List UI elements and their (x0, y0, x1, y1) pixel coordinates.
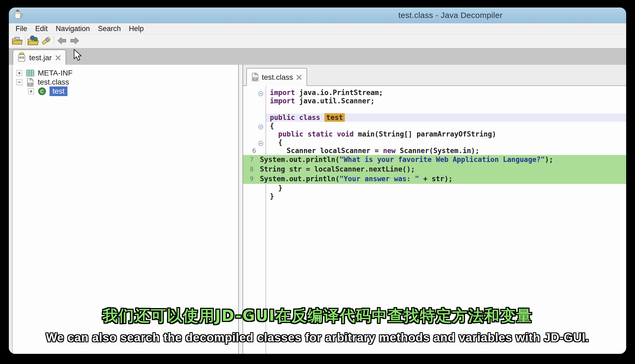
code-line: public static void main(String[] paramAr… (243, 130, 626, 138)
tree-item-meta-inf[interactable]: +META-INF (13, 69, 238, 78)
open-type-icon (27, 35, 39, 47)
tab-test-class[interactable]: J010 test.class (246, 68, 307, 86)
title-bar[interactable]: test.class - Java Decompiler (9, 7, 626, 23)
code-line: 8 String str = localScanner.nextLine(); (243, 165, 626, 174)
code-line: } (243, 184, 626, 192)
forward-button[interactable] (68, 35, 81, 47)
expand-icon[interactable]: + (16, 70, 22, 76)
code-line: 9 System.out.println("Your answer was: "… (243, 174, 626, 184)
tree-item-test-class[interactable]: −J010test.class (13, 78, 238, 87)
close-icon[interactable] (296, 74, 302, 81)
code-line: 7 System.out.println("What is your favor… (243, 155, 626, 165)
code-line: { (243, 122, 626, 130)
fold-minus-icon[interactable] (258, 123, 263, 128)
code-text: System.out.println("What is your favorit… (243, 156, 557, 164)
toolbar-separator (54, 36, 54, 46)
code-text: public static void main(String[] paramAr… (270, 130, 496, 138)
svg-text:010: 010 (253, 77, 257, 80)
jar-tab-row: 010 test.jar (9, 48, 626, 66)
tree-item-label: test.class (38, 78, 69, 86)
open-type-button[interactable] (27, 35, 40, 47)
code-text: } (270, 192, 274, 200)
code-text: System.out.println("Your answer was: " +… (243, 175, 456, 183)
code-line: import java.io.PrintStream; (243, 89, 626, 97)
code-line: } (243, 192, 626, 200)
svg-text:J: J (254, 72, 256, 76)
fold-minus-icon[interactable] (258, 140, 263, 145)
back-icon (56, 36, 67, 47)
toolbar-separator (25, 36, 25, 46)
code-line: import java.util.Scanner; (243, 97, 626, 105)
search-icon (40, 35, 52, 47)
code-line: 6 Scanner localScanner = new Scanner(Sys… (243, 147, 626, 155)
jar-icon: 010 (17, 52, 26, 63)
search-button[interactable] (40, 35, 52, 47)
java-cup-icon (12, 9, 25, 22)
code-text: public class test (270, 113, 345, 122)
close-icon[interactable] (55, 55, 61, 61)
menu-item-help[interactable]: Help (125, 25, 148, 33)
code-line (243, 105, 626, 113)
mouse-cursor-icon (73, 49, 84, 63)
menu-item-file[interactable]: File (12, 25, 31, 33)
search-highlight: String str = localScanner.nextLine(); (258, 165, 419, 174)
fold-minus-icon[interactable] (258, 90, 263, 95)
svg-text:C: C (40, 89, 44, 94)
open-file-button[interactable] (11, 35, 24, 47)
forward-icon (69, 36, 80, 47)
code-text: import java.util.Scanner; (270, 97, 375, 105)
class-file-icon: J010 (26, 78, 35, 86)
menu-item-search[interactable]: Search (94, 25, 125, 33)
tree-item-test[interactable]: +Ctest (13, 87, 238, 96)
svg-text:010: 010 (28, 83, 32, 86)
screen: test.class - Java Decompiler FileEditNav… (0, 0, 635, 364)
subtitle-english: We can also search the decompiled classe… (0, 331, 635, 344)
package-icon (26, 69, 35, 77)
search-highlight: System.out.println("What is your favorit… (258, 155, 557, 164)
code-text: { (270, 122, 274, 130)
code-line: { (243, 138, 626, 147)
line-number: 6 (243, 147, 256, 155)
tab-label: test.jar (29, 54, 52, 62)
code-text: String str = localScanner.nextLine(); (243, 165, 419, 173)
svg-text:J: J (29, 78, 31, 81)
collapse-icon[interactable]: − (16, 79, 22, 85)
menu-item-navigation[interactable]: Navigation (52, 25, 94, 33)
code-text: { (270, 138, 282, 146)
tree-item-label: META-INF (38, 69, 73, 77)
menu-bar: FileEditNavigationSearchHelp (9, 23, 626, 34)
window-title: test.class - Java Decompiler (398, 11, 502, 20)
code-lines: import java.io.PrintStream;import java.u… (243, 89, 626, 200)
toolbar (9, 34, 626, 48)
search-highlight: System.out.println("Your answer was: " +… (258, 174, 456, 184)
tree-item-label: test (50, 86, 67, 96)
jd-gui-window: test.class - Java Decompiler FileEditNav… (9, 7, 626, 354)
tab-test-jar[interactable]: 010 test.jar (13, 50, 66, 66)
expand-icon[interactable]: + (28, 88, 34, 94)
editor-tab-row: J010 test.class (243, 65, 626, 86)
code-line: public class test (243, 113, 626, 122)
menu-item-edit[interactable]: Edit (31, 25, 52, 33)
code-text: } (270, 184, 282, 192)
class-icon: C (38, 87, 46, 95)
svg-text:010: 010 (19, 56, 24, 59)
code-text: import java.io.PrintStream; (270, 89, 383, 97)
back-button[interactable] (55, 35, 68, 47)
open-file-icon (12, 36, 23, 47)
subtitle-chinese: 我们还可以使用JD-GUI在反编译代码中查找特定方法和变量 (0, 306, 635, 326)
class-file-icon: J010 (251, 72, 259, 83)
code-text: Scanner localScanner = new Scanner(Syste… (270, 147, 479, 155)
tab-label: test.class (262, 73, 293, 82)
